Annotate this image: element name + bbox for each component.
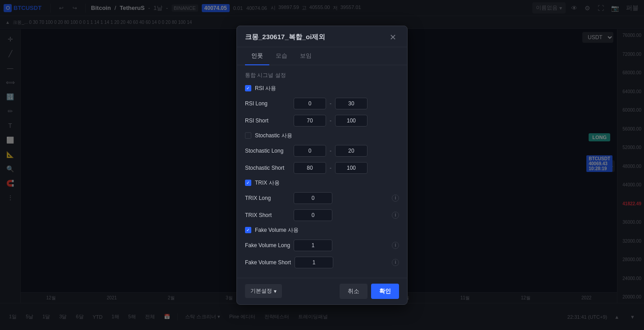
rsi-long-sep: - — [330, 100, 331, 107]
fake-volume-use-checkbox[interactable] — [245, 227, 251, 233]
confirm-button[interactable]: 확인 — [371, 284, 399, 299]
fake-volume-short-input[interactable] — [295, 257, 333, 268]
rsi-long-row: RSI Long - — [245, 98, 399, 109]
defaults-chevron-icon: ▾ — [274, 288, 277, 294]
modal-body: 통합 시그널 설정 RSI 사용 RSI Long - RSI Short - — [237, 65, 407, 278]
stochastic-long-to-input[interactable] — [335, 145, 367, 157]
trix-use-row: TRIX 사용 — [245, 179, 399, 187]
rsi-use-checkbox[interactable] — [245, 85, 251, 91]
rsi-short-from-input[interactable] — [294, 115, 326, 127]
fake-volume-long-info-icon[interactable]: i — [392, 242, 399, 249]
trix-use-checkbox[interactable] — [245, 180, 251, 186]
modal-footer: 기본설정 ▾ 취소 확인 — [237, 278, 407, 304]
footer-right: 취소 확인 — [340, 284, 399, 299]
fake-volume-short-label: Fake Volume Short — [245, 259, 291, 266]
stochastic-use-row: Stochastic 사용 — [245, 132, 399, 140]
stochastic-use-label: Stochastic 사용 — [255, 132, 292, 140]
modal-header: 크몽_230617_복합_oi제외 ✕ — [237, 26, 407, 47]
stochastic-short-row: Stochastic Short - — [245, 162, 399, 174]
rsi-use-row: RSI 사용 — [245, 85, 399, 92]
fake-volume-short-info-icon[interactable]: i — [392, 259, 399, 266]
indicator-settings-modal: 크몽_230617_복합_oi제외 ✕ 인풋 모습 보임 통합 시그널 설정 R… — [236, 26, 408, 305]
rsi-short-label: RSI Short — [245, 118, 290, 124]
tab-style[interactable]: 모습 — [269, 47, 294, 65]
stochastic-short-sep: - — [330, 165, 331, 171]
fake-volume-long-row: Fake Volume Long i — [245, 240, 399, 251]
trix-long-info-icon[interactable]: i — [392, 194, 399, 202]
trix-long-label: TRIX Long — [245, 195, 290, 201]
modal-close-button[interactable]: ✕ — [387, 32, 399, 42]
rsi-use-label: RSI 사용 — [255, 85, 276, 92]
rsi-short-sep: - — [330, 118, 331, 124]
stochastic-short-to-input[interactable] — [335, 162, 367, 174]
trix-short-row: TRIX Short i — [245, 209, 399, 221]
stochastic-long-sep: - — [330, 148, 331, 154]
tab-input[interactable]: 인풋 — [245, 47, 269, 65]
modal-tabs: 인풋 모습 보임 — [237, 47, 407, 65]
fake-volume-long-label: Fake Volume Long — [245, 242, 290, 249]
trix-long-row: TRIX Long i — [245, 192, 399, 204]
section-title: 통합 시그널 설정 — [245, 72, 399, 79]
modal-overlay[interactable]: 크몽_230617_복합_oi제외 ✕ 인풋 모습 보임 통합 시그널 설정 R… — [0, 0, 644, 330]
stochastic-long-from-input[interactable] — [294, 145, 326, 157]
rsi-short-to-input[interactable] — [335, 115, 367, 127]
trix-use-label: TRIX 사용 — [255, 179, 280, 187]
rsi-long-to-input[interactable] — [335, 98, 367, 109]
fake-volume-short-row: Fake Volume Short i — [245, 257, 399, 268]
stochastic-short-label: Stochastic Short — [245, 165, 290, 171]
trix-short-input[interactable] — [294, 209, 332, 221]
footer-left: 기본설정 ▾ — [245, 284, 282, 298]
trix-long-input[interactable] — [294, 192, 332, 204]
cancel-button[interactable]: 취소 — [340, 284, 367, 299]
trix-short-label: TRIX Short — [245, 212, 290, 218]
rsi-long-label: RSI Long — [245, 100, 290, 107]
trix-short-info-icon[interactable]: i — [392, 212, 399, 219]
rsi-short-row: RSI Short - — [245, 115, 399, 127]
fake-volume-use-row: Fake Volume 사용 — [245, 226, 399, 234]
stochastic-long-label: Stochastic Long — [245, 148, 290, 154]
fake-volume-long-input[interactable] — [294, 240, 332, 251]
rsi-long-from-input[interactable] — [294, 98, 326, 109]
fake-volume-use-label: Fake Volume 사용 — [255, 226, 299, 234]
modal-title: 크몽_230617_복합_oi제외 — [245, 33, 325, 41]
stochastic-short-from-input[interactable] — [294, 162, 326, 174]
defaults-button[interactable]: 기본설정 ▾ — [245, 284, 282, 298]
tab-visibility[interactable]: 보임 — [294, 47, 318, 65]
stochastic-use-checkbox[interactable] — [245, 132, 251, 139]
defaults-label: 기본설정 — [250, 287, 272, 295]
stochastic-long-row: Stochastic Long - — [245, 145, 399, 157]
